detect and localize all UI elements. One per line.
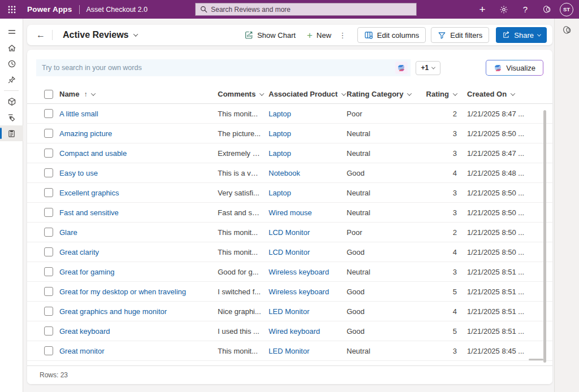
global-search-input[interactable]: [211, 6, 412, 14]
table-row[interactable]: Easy to use This is a ver... Notebook Go…: [27, 163, 552, 183]
column-header-comments[interactable]: Comments: [218, 90, 269, 98]
review-name-link[interactable]: Great for gaming: [59, 268, 218, 276]
copilot-topbar-icon[interactable]: [538, 1, 555, 18]
table-row[interactable]: Excellent graphics Very satisfi... Lapto…: [27, 183, 552, 203]
table-row[interactable]: Glare This monit... LCD Monitor Poor 2 1…: [27, 223, 552, 242]
row-checkbox[interactable]: [44, 149, 53, 158]
product-link[interactable]: LED Monitor: [269, 347, 347, 355]
row-checkbox[interactable]: [44, 208, 53, 217]
review-name-link[interactable]: Great clarity: [59, 248, 218, 256]
row-checkbox[interactable]: [44, 287, 53, 296]
share-button[interactable]: Share: [496, 27, 547, 43]
product-link[interactable]: Laptop: [269, 110, 347, 118]
brand-title[interactable]: Power Apps: [27, 5, 72, 14]
product-link[interactable]: Notebook: [269, 169, 347, 177]
row-checkbox[interactable]: [44, 109, 53, 118]
table-row[interactable]: Great clarity This monit... LCD Monitor …: [27, 242, 552, 262]
review-name-link[interactable]: Great graphics and huge monitor: [59, 307, 218, 316]
select-all-checkbox[interactable]: [44, 90, 53, 99]
product-link[interactable]: Laptop: [269, 149, 347, 158]
review-name-link[interactable]: Glare: [59, 228, 218, 237]
review-name-link[interactable]: Amazing picture: [59, 129, 218, 138]
tag-icon: [7, 113, 16, 122]
grid-toolbar: +1 Visualize: [36, 59, 543, 76]
back-button[interactable]: ←: [33, 27, 49, 43]
product-link[interactable]: LED Monitor: [269, 307, 347, 316]
smart-search-input[interactable]: [36, 59, 411, 76]
table-row[interactable]: Great monitor This monit... LED Monitor …: [27, 341, 552, 361]
table-row[interactable]: Fast and sensitive Fast and se... Wired …: [27, 203, 552, 223]
share-chevron-icon: [537, 32, 541, 36]
row-checkbox[interactable]: [44, 307, 53, 316]
row-checkbox[interactable]: [44, 188, 53, 197]
row-checkbox[interactable]: [44, 267, 53, 276]
sidebar-item-checkout[interactable]: [0, 110, 23, 125]
table-row[interactable]: Great graphics and huge monitor Nice gra…: [27, 302, 552, 321]
table-row[interactable]: A little small This monit... Laptop Poor…: [27, 104, 552, 124]
table-row[interactable]: Great for gaming Good for g... Wireless …: [27, 262, 552, 282]
sidebar-item-assets[interactable]: [0, 94, 23, 110]
product-link[interactable]: LCD Monitor: [269, 248, 347, 256]
table-row[interactable]: Great keyboard I used this ... Wired key…: [27, 321, 552, 341]
column-header-product[interactable]: Associated Product: [269, 90, 347, 98]
column-header-name[interactable]: Name ↑: [59, 90, 218, 98]
sidebar-item-home[interactable]: [0, 40, 23, 56]
product-link[interactable]: Laptop: [269, 189, 347, 197]
product-link[interactable]: Laptop: [269, 129, 347, 138]
review-name-link[interactable]: A little small: [59, 110, 218, 118]
row-checkbox[interactable]: [44, 247, 53, 256]
create-new-icon[interactable]: +: [474, 1, 491, 18]
row-checkbox[interactable]: [44, 326, 53, 336]
app-title[interactable]: Asset Checkout 2.0: [87, 6, 148, 14]
edit-filters-button[interactable]: Edit filters: [431, 27, 489, 43]
review-name-link[interactable]: Great keyboard: [59, 327, 218, 336]
sidebar-item-recent[interactable]: [0, 56, 23, 72]
sidebar-item-pinned[interactable]: [0, 72, 23, 88]
table-row[interactable]: Amazing picture The picture... Laptop Ne…: [27, 124, 552, 143]
column-header-created[interactable]: Created On: [457, 90, 552, 98]
review-name-link[interactable]: Great for my desktop or when traveling: [59, 288, 218, 296]
vertical-scrollbar[interactable]: [543, 110, 546, 363]
row-checkbox[interactable]: [44, 168, 53, 177]
command-bar-actions: Show Chart + New ⋮ Edit columns Edit fil…: [239, 27, 547, 43]
clipboard-icon: [7, 129, 16, 138]
column-header-rating[interactable]: Rating: [423, 90, 457, 98]
product-link[interactable]: Wired mouse: [269, 208, 347, 217]
show-chart-button[interactable]: Show Chart: [239, 27, 301, 43]
chevron-down-icon: [511, 91, 515, 95]
help-icon[interactable]: ?: [517, 1, 534, 18]
created-on-cell: 1/21/2025 8:45 ...: [457, 347, 552, 355]
row-checkbox[interactable]: [44, 129, 53, 138]
avatar[interactable]: ST: [560, 3, 573, 16]
product-link[interactable]: Wireless keyboard: [269, 268, 347, 276]
global-search-box[interactable]: [195, 3, 417, 16]
column-header-comments-label: Comments: [218, 90, 256, 98]
visualize-button[interactable]: Visualize: [486, 60, 543, 76]
sidebar-item-reviews[interactable]: [0, 125, 23, 141]
review-name-link[interactable]: Great monitor: [59, 347, 218, 355]
settings-gear-icon[interactable]: [495, 1, 512, 18]
more-commands-button[interactable]: ⋮: [338, 31, 348, 40]
waffle-menu-icon[interactable]: [0, 0, 23, 19]
review-name-link[interactable]: Excellent graphics: [59, 189, 218, 197]
copilot-search-button[interactable]: [395, 62, 408, 74]
edit-columns-button[interactable]: Edit columns: [357, 27, 426, 43]
row-checkbox[interactable]: [44, 228, 53, 237]
new-button[interactable]: + New: [302, 27, 336, 43]
table-row[interactable]: Compact and usable Extremely c... Laptop…: [27, 143, 552, 163]
column-header-category[interactable]: Rating Category: [347, 90, 423, 98]
table-row[interactable]: Great for my desktop or when traveling I…: [27, 282, 552, 302]
horizontal-scrollbar[interactable]: [529, 359, 543, 360]
review-name-link[interactable]: Compact and usable: [59, 149, 218, 158]
comment-cell: This is a ver...: [218, 169, 269, 177]
product-link[interactable]: Wired keyboard: [269, 327, 347, 336]
product-link[interactable]: Wireless keyboard: [269, 288, 347, 296]
review-name-link[interactable]: Fast and sensitive: [59, 208, 218, 217]
review-name-link[interactable]: Easy to use: [59, 169, 218, 177]
view-selector[interactable]: Active Reviews: [63, 30, 137, 40]
row-checkbox[interactable]: [44, 346, 53, 355]
sidebar-collapse-button[interactable]: [0, 24, 23, 40]
filter-count-badge[interactable]: +1: [416, 61, 441, 75]
product-link[interactable]: LCD Monitor: [269, 228, 347, 237]
copilot-panel-toggle[interactable]: [555, 19, 579, 41]
